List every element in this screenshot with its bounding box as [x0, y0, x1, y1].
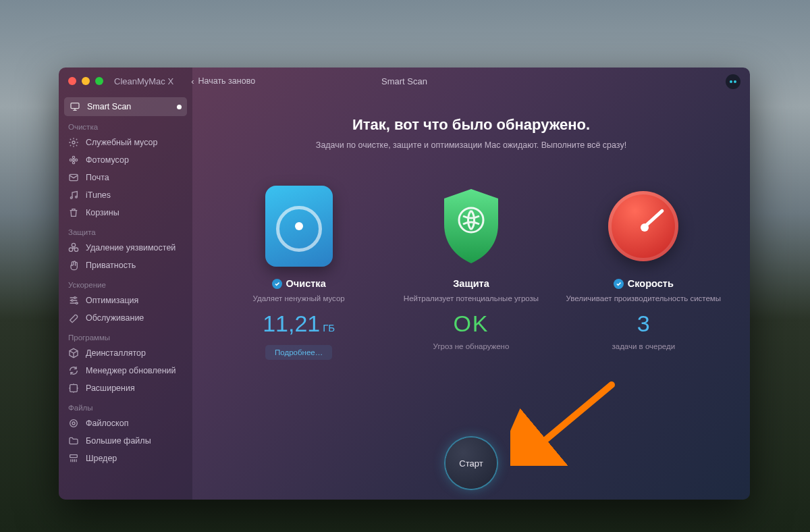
- start-button[interactable]: Старт: [446, 437, 497, 489]
- sidebar-item-label: Удаление уязвимостей: [86, 243, 176, 252]
- sidebar-item-shredder[interactable]: Шредер: [59, 450, 192, 467]
- sidebar-item-label: Корзины: [86, 208, 119, 217]
- start-over-label: Начать заново: [198, 76, 255, 86]
- disk-illustration: [262, 182, 336, 270]
- annotation-arrow-icon: [510, 378, 618, 466]
- chevron-left-icon: ‹: [191, 76, 194, 86]
- page-subtitle: Задачи по очистке, защите и оптимизации …: [213, 140, 730, 150]
- sidebar-item-label: Фотомусор: [86, 155, 129, 165]
- speed-value: 3: [637, 311, 650, 337]
- svg-rect-20: [70, 455, 78, 458]
- sidebar-heading: Файлы: [59, 397, 192, 415]
- cleanup-card: Очистка Удаляет ненужный мусор 11,21ГБ П…: [218, 182, 380, 360]
- sidebar-heading: Программы: [59, 327, 192, 344]
- svg-point-15: [72, 300, 74, 302]
- svg-point-18: [70, 420, 78, 427]
- protection-title: Защита: [453, 278, 489, 289]
- biohazard-icon: [68, 242, 79, 253]
- sidebar-item-smart-scan[interactable]: Smart Scan: [64, 97, 187, 116]
- page-title: Итак, вот что было обнаружено.: [213, 116, 730, 134]
- sidebar-item-label: Почта: [86, 173, 109, 182]
- window-title: Smart Scan: [381, 76, 427, 86]
- svg-point-3: [72, 156, 74, 158]
- svg-point-9: [76, 196, 78, 198]
- sidebar-item-label: Обслуживание: [86, 313, 144, 323]
- sidebar-heading: Очистка: [59, 116, 192, 134]
- sidebar-item-malware[interactable]: Удаление уязвимостей: [59, 239, 192, 257]
- cleanup-title: Очистка: [286, 278, 326, 289]
- folder-icon: [68, 435, 79, 446]
- assistant-button[interactable]: [726, 74, 740, 89]
- protection-value: OK: [453, 311, 489, 337]
- sidebar-heading: Защита: [59, 221, 192, 239]
- app-window: CleanMyMac X ‹ Начать заново Smart Scan …: [59, 68, 750, 500]
- box-icon: [68, 348, 79, 358]
- protection-foot: Угроз не обнаружено: [433, 342, 510, 350]
- svg-point-8: [70, 197, 72, 199]
- sliders-icon: [68, 295, 79, 306]
- svg-point-2: [73, 159, 75, 161]
- speed-title: Скорость: [628, 278, 674, 289]
- gear-icon: [68, 137, 79, 148]
- sidebar-item-system-junk[interactable]: Служебный мусор: [59, 134, 192, 151]
- protection-card: Защита Нейтрализует потенциальные угрозы…: [390, 182, 552, 360]
- svg-point-12: [69, 248, 72, 251]
- sidebar-item-label: Приватность: [86, 261, 136, 270]
- zoom-icon[interactable]: [95, 77, 103, 85]
- check-icon: [614, 279, 624, 289]
- sidebar-item-optimization[interactable]: Оптимизация: [59, 292, 192, 309]
- minimize-icon[interactable]: [82, 77, 90, 85]
- trash-icon: [68, 207, 79, 218]
- app-title: CleanMyMac X: [114, 76, 173, 86]
- start-over-button[interactable]: ‹ Начать заново: [191, 76, 255, 86]
- wrench-icon: [68, 313, 79, 323]
- refresh-icon: [68, 365, 79, 376]
- active-indicator: [177, 105, 182, 109]
- sidebar-heading: Ускорение: [59, 274, 192, 292]
- sidebar-item-label: Служебный мусор: [86, 138, 158, 147]
- cleanup-more-button[interactable]: Подробнее…: [265, 345, 332, 360]
- svg-point-5: [70, 159, 72, 161]
- lens-icon: [68, 418, 79, 429]
- svg-point-6: [75, 159, 77, 161]
- svg-point-13: [74, 248, 78, 251]
- svg-point-4: [72, 161, 74, 163]
- display-icon: [70, 101, 80, 112]
- speed-desc: Увеличивает производительность системы: [566, 293, 721, 304]
- sidebar-item-extensions[interactable]: Расширения: [59, 379, 192, 397]
- sidebar-item-label: Деинсталлятор: [86, 348, 146, 358]
- sidebar-item-mail[interactable]: Почта: [59, 169, 192, 186]
- sidebar-item-photo-junk[interactable]: Фотомусор: [59, 151, 192, 169]
- titlebar: CleanMyMac X ‹ Начать заново Smart Scan: [59, 68, 750, 95]
- speed-foot: задачи в очереди: [612, 342, 675, 350]
- sidebar-item-uninstaller[interactable]: Деинсталлятор: [59, 344, 192, 362]
- svg-point-11: [72, 243, 75, 246]
- shredder-icon: [68, 453, 79, 464]
- svg-point-1: [72, 141, 75, 144]
- sidebar-item-label: Шредер: [86, 454, 117, 463]
- sidebar-item-large-files[interactable]: Большие файлы: [59, 432, 192, 450]
- svg-point-19: [72, 422, 75, 425]
- cleanup-desc: Удаляет ненужный мусор: [253, 293, 345, 304]
- sidebar-item-space-lens[interactable]: Файлоскоп: [59, 415, 192, 432]
- svg-point-14: [74, 297, 76, 299]
- sidebar-item-itunes[interactable]: iTunes: [59, 186, 192, 204]
- close-icon[interactable]: [68, 77, 76, 85]
- sidebar-item-privacy[interactable]: Приватность: [59, 257, 192, 274]
- main-content: Итак, вот что было обнаружено. Задачи по…: [192, 68, 750, 500]
- sidebar-item-trash[interactable]: Корзины: [59, 204, 192, 221]
- sidebar-item-label: Файлоскоп: [86, 419, 128, 428]
- puzzle-icon: [68, 383, 79, 394]
- sidebar-item-updater[interactable]: Менеджер обновлений: [59, 362, 192, 379]
- traffic-lights: [59, 77, 103, 85]
- flower-icon: [68, 155, 79, 165]
- music-icon: [68, 190, 79, 201]
- svg-rect-0: [71, 103, 79, 109]
- result-cards: Очистка Удаляет ненужный мусор 11,21ГБ П…: [213, 182, 730, 360]
- start-label: Старт: [459, 458, 483, 469]
- sidebar-item-label: Smart Scan: [87, 102, 131, 111]
- sidebar-item-maintenance[interactable]: Обслуживание: [59, 309, 192, 327]
- check-icon: [272, 279, 282, 289]
- hand-icon: [68, 260, 79, 271]
- speed-card: Скорость Увеличивает производительность …: [562, 182, 724, 360]
